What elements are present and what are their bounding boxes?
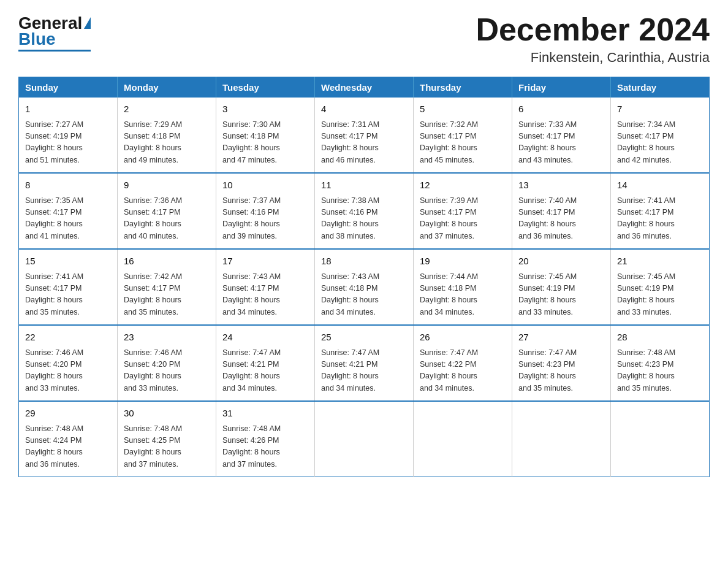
day-info: Sunrise: 7:46 AMSunset: 4:20 PMDaylight:…: [124, 347, 210, 395]
table-row: 22Sunrise: 7:46 AMSunset: 4:20 PMDayligh…: [19, 325, 118, 401]
table-row: 8Sunrise: 7:35 AMSunset: 4:17 PMDaylight…: [19, 173, 118, 249]
day-info: Sunrise: 7:48 AMSunset: 4:25 PMDaylight:…: [124, 423, 210, 471]
table-row: 27Sunrise: 7:47 AMSunset: 4:23 PMDayligh…: [512, 325, 611, 401]
day-info: Sunrise: 7:27 AMSunset: 4:19 PMDaylight:…: [25, 119, 111, 167]
logo-triangle-icon: [84, 17, 91, 29]
day-info: Sunrise: 7:46 AMSunset: 4:20 PMDaylight:…: [25, 347, 111, 395]
day-number: 31: [222, 407, 308, 421]
day-number: 30: [124, 407, 210, 421]
table-row: 3Sunrise: 7:30 AMSunset: 4:18 PMDaylight…: [216, 98, 315, 173]
calendar-subtitle: Finkenstein, Carinthia, Austria: [476, 50, 710, 66]
day-number: 7: [617, 102, 703, 117]
table-row: 11Sunrise: 7:38 AMSunset: 4:16 PMDayligh…: [315, 173, 414, 249]
table-row: 6Sunrise: 7:33 AMSunset: 4:17 PMDaylight…: [512, 98, 611, 173]
day-info: Sunrise: 7:35 AMSunset: 4:17 PMDaylight:…: [25, 195, 111, 243]
calendar-week-row: 1Sunrise: 7:27 AMSunset: 4:19 PMDaylight…: [19, 98, 710, 173]
day-number: 2: [124, 102, 210, 117]
day-info: Sunrise: 7:37 AMSunset: 4:16 PMDaylight:…: [222, 195, 308, 243]
day-number: 1: [25, 102, 111, 117]
calendar-week-row: 22Sunrise: 7:46 AMSunset: 4:20 PMDayligh…: [19, 325, 710, 401]
table-row: 23Sunrise: 7:46 AMSunset: 4:20 PMDayligh…: [118, 325, 216, 401]
table-row: 14Sunrise: 7:41 AMSunset: 4:17 PMDayligh…: [611, 173, 710, 249]
table-row: 13Sunrise: 7:40 AMSunset: 4:17 PMDayligh…: [512, 173, 611, 249]
logo-blue-text: Blue: [18, 31, 56, 48]
day-number: 13: [518, 178, 604, 193]
calendar-header-friday: Friday: [512, 77, 611, 98]
day-number: 15: [25, 255, 111, 269]
day-info: Sunrise: 7:47 AMSunset: 4:21 PMDaylight:…: [222, 347, 308, 395]
day-info: Sunrise: 7:47 AMSunset: 4:22 PMDaylight:…: [420, 347, 506, 395]
day-info: Sunrise: 7:32 AMSunset: 4:17 PMDaylight:…: [420, 119, 506, 167]
table-row: 21Sunrise: 7:45 AMSunset: 4:19 PMDayligh…: [611, 249, 710, 325]
table-row: 19Sunrise: 7:44 AMSunset: 4:18 PMDayligh…: [414, 249, 512, 325]
table-row: 30Sunrise: 7:48 AMSunset: 4:25 PMDayligh…: [118, 401, 216, 477]
table-row: [611, 401, 710, 477]
day-number: 6: [518, 102, 604, 117]
day-number: 3: [222, 102, 308, 117]
day-number: 4: [321, 102, 407, 117]
page-header: General Blue December 2024 Finkenstein, …: [18, 12, 710, 66]
table-row: 4Sunrise: 7:31 AMSunset: 4:17 PMDaylight…: [315, 98, 414, 173]
day-info: Sunrise: 7:48 AMSunset: 4:23 PMDaylight:…: [617, 347, 703, 395]
day-number: 10: [222, 178, 308, 193]
table-row: 2Sunrise: 7:29 AMSunset: 4:18 PMDaylight…: [118, 98, 216, 173]
day-info: Sunrise: 7:47 AMSunset: 4:21 PMDaylight:…: [321, 347, 407, 395]
calendar-table: SundayMondayTuesdayWednesdayThursdayFrid…: [18, 77, 710, 477]
calendar-week-row: 15Sunrise: 7:41 AMSunset: 4:17 PMDayligh…: [19, 249, 710, 325]
day-number: 5: [420, 102, 506, 117]
day-number: 21: [617, 255, 703, 269]
logo: General Blue: [18, 12, 91, 52]
table-row: 15Sunrise: 7:41 AMSunset: 4:17 PMDayligh…: [19, 249, 118, 325]
day-number: 16: [124, 255, 210, 269]
day-number: 8: [25, 178, 111, 193]
day-info: Sunrise: 7:38 AMSunset: 4:16 PMDaylight:…: [321, 195, 407, 243]
day-number: 17: [222, 255, 308, 269]
day-number: 18: [321, 255, 407, 269]
calendar-title: December 2024: [476, 12, 710, 47]
calendar-week-row: 8Sunrise: 7:35 AMSunset: 4:17 PMDaylight…: [19, 173, 710, 249]
day-info: Sunrise: 7:48 AMSunset: 4:26 PMDaylight:…: [222, 423, 308, 471]
day-number: 11: [321, 178, 407, 193]
table-row: 5Sunrise: 7:32 AMSunset: 4:17 PMDaylight…: [414, 98, 512, 173]
table-row: [315, 401, 414, 477]
calendar-header-wednesday: Wednesday: [315, 77, 414, 98]
day-number: 12: [420, 178, 506, 193]
table-row: 10Sunrise: 7:37 AMSunset: 4:16 PMDayligh…: [216, 173, 315, 249]
day-number: 28: [617, 331, 703, 345]
table-row: 12Sunrise: 7:39 AMSunset: 4:17 PMDayligh…: [414, 173, 512, 249]
logo-underline: [18, 50, 91, 52]
day-info: Sunrise: 7:48 AMSunset: 4:24 PMDaylight:…: [25, 423, 111, 471]
calendar-header-sunday: Sunday: [19, 77, 118, 98]
day-info: Sunrise: 7:33 AMSunset: 4:17 PMDaylight:…: [518, 119, 604, 167]
day-number: 20: [518, 255, 604, 269]
day-info: Sunrise: 7:44 AMSunset: 4:18 PMDaylight:…: [420, 271, 506, 319]
day-info: Sunrise: 7:29 AMSunset: 4:18 PMDaylight:…: [124, 119, 210, 167]
calendar-header-row: SundayMondayTuesdayWednesdayThursdayFrid…: [19, 77, 710, 98]
day-info: Sunrise: 7:34 AMSunset: 4:17 PMDaylight:…: [617, 119, 703, 167]
day-number: 23: [124, 331, 210, 345]
day-number: 26: [420, 331, 506, 345]
day-number: 14: [617, 178, 703, 193]
table-row: [512, 401, 611, 477]
table-row: 7Sunrise: 7:34 AMSunset: 4:17 PMDaylight…: [611, 98, 710, 173]
day-info: Sunrise: 7:41 AMSunset: 4:17 PMDaylight:…: [25, 271, 111, 319]
table-row: 17Sunrise: 7:43 AMSunset: 4:17 PMDayligh…: [216, 249, 315, 325]
table-row: 1Sunrise: 7:27 AMSunset: 4:19 PMDaylight…: [19, 98, 118, 173]
day-info: Sunrise: 7:31 AMSunset: 4:17 PMDaylight:…: [321, 119, 407, 167]
day-info: Sunrise: 7:45 AMSunset: 4:19 PMDaylight:…: [518, 271, 604, 319]
day-info: Sunrise: 7:40 AMSunset: 4:17 PMDaylight:…: [518, 195, 604, 243]
table-row: 9Sunrise: 7:36 AMSunset: 4:17 PMDaylight…: [118, 173, 216, 249]
day-number: 22: [25, 331, 111, 345]
day-info: Sunrise: 7:43 AMSunset: 4:17 PMDaylight:…: [222, 271, 308, 319]
table-row: 26Sunrise: 7:47 AMSunset: 4:22 PMDayligh…: [414, 325, 512, 401]
day-info: Sunrise: 7:45 AMSunset: 4:19 PMDaylight:…: [617, 271, 703, 319]
day-info: Sunrise: 7:39 AMSunset: 4:17 PMDaylight:…: [420, 195, 506, 243]
day-number: 24: [222, 331, 308, 345]
table-row: 24Sunrise: 7:47 AMSunset: 4:21 PMDayligh…: [216, 325, 315, 401]
table-row: [414, 401, 512, 477]
table-row: 16Sunrise: 7:42 AMSunset: 4:17 PMDayligh…: [118, 249, 216, 325]
table-row: 31Sunrise: 7:48 AMSunset: 4:26 PMDayligh…: [216, 401, 315, 477]
calendar-header-tuesday: Tuesday: [216, 77, 315, 98]
day-number: 19: [420, 255, 506, 269]
calendar-header-thursday: Thursday: [414, 77, 512, 98]
